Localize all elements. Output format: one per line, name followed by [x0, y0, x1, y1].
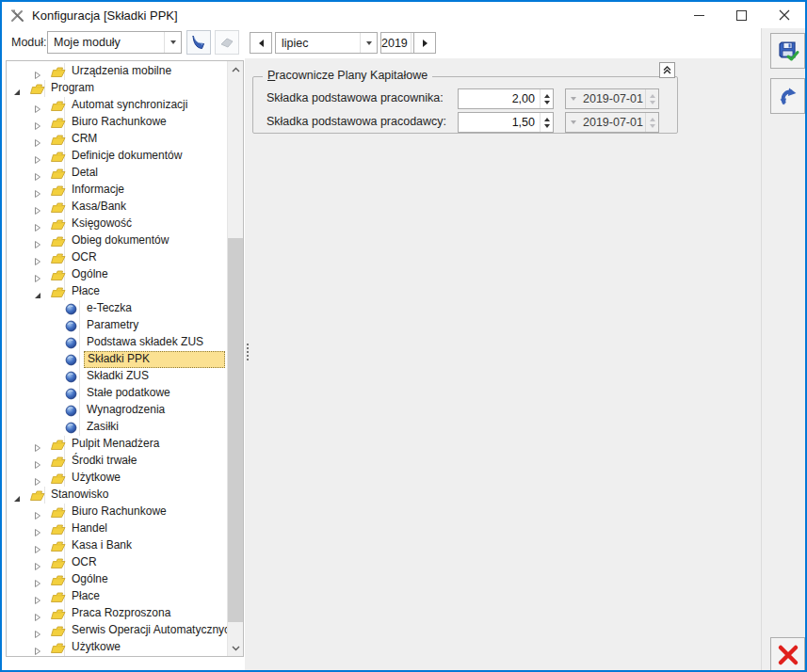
- tree-item[interactable]: Kasa/Bank: [7, 199, 227, 216]
- tree-expand-arrow-icon[interactable]: [33, 609, 42, 618]
- tree-item-label[interactable]: Księgowość: [69, 216, 225, 232]
- tree-item-label[interactable]: Płace: [69, 588, 225, 605]
- tree-item-label[interactable]: Biuro Rachunkowe: [69, 114, 225, 131]
- tree-expand-arrow-icon[interactable]: [33, 118, 42, 127]
- tree-scrollbar[interactable]: [227, 61, 243, 656]
- tree-item-label[interactable]: Kasa/Bank: [69, 199, 225, 216]
- tree-item[interactable]: Informacje: [7, 182, 227, 199]
- tree-item[interactable]: Obieg dokumentów: [7, 232, 227, 249]
- spinner-arrows[interactable]: [540, 89, 553, 108]
- employee-contribution-spinner[interactable]: 2,00: [458, 88, 554, 109]
- tree-item-label[interactable]: Pulpit Menadżera: [69, 436, 225, 453]
- tree-collapse-arrow-icon[interactable]: [12, 84, 22, 93]
- tree-item[interactable]: Serwis Operacji Automatycznych: [7, 622, 227, 639]
- tree-item[interactable]: e-Teczka: [7, 300, 227, 317]
- tree-expand-arrow-icon[interactable]: [33, 456, 42, 466]
- tree-item[interactable]: Składki PPK: [7, 351, 227, 368]
- tree-expand-arrow-icon[interactable]: [33, 507, 42, 517]
- tree-item[interactable]: Stałe podatkowe: [7, 385, 227, 402]
- tree-item-label[interactable]: e-Teczka: [84, 300, 225, 317]
- tree-expand-arrow-icon[interactable]: [33, 592, 42, 601]
- spinner-arrows[interactable]: [540, 113, 553, 132]
- tree-item-label[interactable]: Serwis Operacji Automatycznych: [69, 622, 225, 639]
- tree-expand-arrow-icon[interactable]: [33, 626, 42, 635]
- month-combobox[interactable]: lipiec: [275, 32, 378, 54]
- tree-expand-arrow-icon[interactable]: [33, 101, 42, 110]
- tree-item-label[interactable]: CRM: [69, 131, 225, 148]
- tree-item-label[interactable]: Ogólne: [69, 571, 225, 588]
- tree-expand-arrow-icon[interactable]: [33, 575, 42, 584]
- tree-item[interactable]: Ogólne: [7, 266, 227, 283]
- tree-item[interactable]: Zasiłki: [7, 419, 227, 436]
- tree-item-label[interactable]: Użytkowe: [69, 639, 225, 656]
- tree-item-label[interactable]: OCR: [69, 554, 225, 571]
- chevron-down-icon[interactable]: [360, 33, 377, 53]
- tree-item-label[interactable]: Stanowisko: [48, 487, 225, 504]
- tree-item[interactable]: Program: [7, 80, 227, 97]
- tree-expand-arrow-icon[interactable]: [33, 643, 42, 652]
- tree-item[interactable]: Handel: [7, 520, 227, 537]
- close-button[interactable]: [763, 2, 805, 28]
- tree-item-label[interactable]: Program: [48, 80, 225, 97]
- tree-item[interactable]: Stanowisko: [7, 487, 227, 504]
- scroll-up-button[interactable]: [228, 61, 243, 77]
- previous-month-button[interactable]: [250, 32, 272, 54]
- tree-item[interactable]: Parametry: [7, 317, 227, 334]
- tree-item[interactable]: Praca Rozproszona: [7, 605, 227, 622]
- tree-item-label[interactable]: Składki PPK: [84, 351, 225, 368]
- tree-item-label[interactable]: Informacje: [69, 182, 225, 199]
- tree-item-label[interactable]: Definicje dokumentów: [69, 148, 225, 165]
- tree-item[interactable]: Wynagrodzenia: [7, 402, 227, 419]
- module-action-button[interactable]: [186, 30, 211, 55]
- tree-item[interactable]: Składki ZUS: [7, 368, 227, 385]
- tree-item-label[interactable]: Płace: [69, 283, 225, 300]
- tree-expand-arrow-icon[interactable]: [33, 253, 42, 263]
- tree-expand-arrow-icon[interactable]: [33, 541, 42, 551]
- tree-item-label[interactable]: Obieg dokumentów: [69, 232, 225, 249]
- tree-expand-arrow-icon[interactable]: [33, 135, 42, 144]
- tree-expand-arrow-icon[interactable]: [33, 168, 42, 178]
- scrollbar-thumb[interactable]: [228, 238, 243, 622]
- tree-item[interactable]: OCR: [7, 554, 227, 571]
- tree-collapse-arrow-icon[interactable]: [12, 490, 22, 500]
- tree-item-label[interactable]: Detal: [69, 165, 225, 182]
- tree-item[interactable]: Kasa i Bank: [7, 537, 227, 554]
- minimize-button[interactable]: [678, 2, 720, 28]
- tree-collapse-arrow-icon[interactable]: [33, 287, 42, 296]
- tree-item-label[interactable]: Wynagrodzenia: [84, 402, 225, 419]
- tree-item-label[interactable]: Podstawa składek ZUS: [84, 334, 225, 351]
- tree-item-label[interactable]: Zasiłki: [84, 419, 225, 436]
- tree-item[interactable]: Księgowość: [7, 216, 227, 232]
- tree-item-label[interactable]: Automat synchronizacji: [69, 97, 225, 114]
- tree-item[interactable]: Użytkowe: [7, 639, 227, 656]
- tree-expand-arrow-icon[interactable]: [33, 270, 42, 280]
- tree-item-label[interactable]: Handel: [69, 520, 225, 537]
- scroll-down-button[interactable]: [228, 640, 243, 656]
- tree-expand-arrow-icon[interactable]: [33, 202, 42, 212]
- tree-item-label[interactable]: Praca Rozproszona: [69, 605, 225, 622]
- employer-contribution-value[interactable]: 1,50: [459, 113, 540, 132]
- employer-contribution-spinner[interactable]: 1,50: [458, 112, 554, 133]
- spin-up-icon[interactable]: [544, 94, 550, 98]
- tree-item-label[interactable]: Ogólne: [69, 266, 225, 283]
- tree-item[interactable]: CRM: [7, 131, 227, 148]
- tree-item[interactable]: Biuro Rachunkowe: [7, 114, 227, 131]
- chevron-down-icon[interactable]: [164, 32, 181, 53]
- tree-item-label[interactable]: Kasa i Bank: [69, 537, 225, 554]
- tree-item-label[interactable]: OCR: [69, 249, 225, 266]
- tree-expand-arrow-icon[interactable]: [33, 185, 42, 195]
- tree-item-label[interactable]: Składki ZUS: [84, 368, 225, 385]
- tree-item[interactable]: OCR: [7, 249, 227, 266]
- tree-expand-arrow-icon[interactable]: [33, 473, 42, 483]
- tree-item[interactable]: Ogólne: [7, 571, 227, 588]
- tree-expand-arrow-icon[interactable]: [33, 524, 42, 534]
- employee-contribution-value[interactable]: 2,00: [459, 89, 540, 108]
- tree-expand-arrow-icon[interactable]: [33, 152, 42, 161]
- tree-item-label[interactable]: Biuro Rachunkowe: [69, 504, 225, 520]
- tree-expand-arrow-icon[interactable]: [33, 558, 42, 568]
- tree-item[interactable]: Środki trwałe: [7, 453, 227, 470]
- spin-up-icon[interactable]: [544, 118, 550, 121]
- tree-item[interactable]: Użytkowe: [7, 470, 227, 487]
- tree-expand-arrow-icon[interactable]: [33, 236, 42, 246]
- tree-expand-arrow-icon[interactable]: [33, 67, 42, 76]
